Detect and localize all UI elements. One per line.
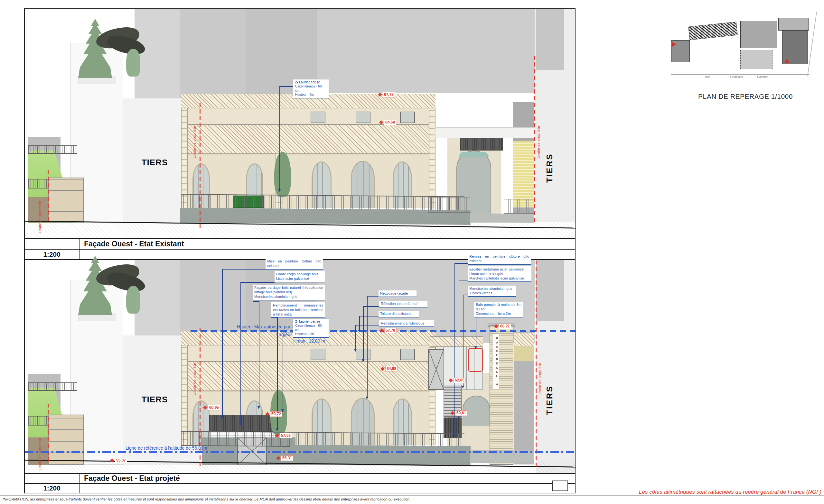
site-plan-hatched-roof	[688, 21, 738, 40]
tree-annotation-title: 2- Laurier cerise	[295, 81, 320, 84]
leader-arrow-icon	[461, 386, 464, 389]
background-building	[317, 9, 535, 93]
elevation-marker-icon	[450, 411, 454, 415]
elevation-value: 64,68	[384, 120, 396, 125]
cornice-band	[435, 127, 535, 138]
annotation-toiture: Toiture dito existant	[379, 311, 419, 318]
info-note: INFORMATION: les entreprises et sous-tra…	[3, 497, 410, 501]
tiers-label-vertical: TIERS	[545, 367, 554, 415]
attic-window	[400, 112, 415, 123]
leader-line	[253, 301, 259, 302]
elevation-value: 68,21	[499, 324, 511, 329]
property-limit-label: Limite de propriété	[536, 113, 540, 158]
site-plan-building	[740, 21, 777, 48]
leader-line	[259, 301, 260, 407]
altitude-reference-line	[25, 451, 576, 453]
leader-line	[240, 282, 241, 423]
shrub	[126, 49, 140, 77]
elevation-dim: 55,31	[277, 456, 293, 461]
elevation-marker-icon	[275, 433, 279, 438]
leader-line	[271, 317, 277, 318]
elevation-marker-icon	[449, 378, 453, 382]
tree-annotation-line: Circonférence - 60 cm	[295, 85, 322, 92]
leader-arrow-icon	[457, 416, 460, 419]
quoin-strip	[181, 346, 188, 445]
title-block-cell	[25, 239, 80, 249]
annotation-menuiseries-alu: Menuiseries aluminium gris + baies vitré…	[468, 286, 516, 297]
leader-line	[222, 269, 266, 269]
elevation-marker-icon	[380, 329, 384, 333]
site-plan-thumbnail: Rue Ferdinand Gambon	[671, 7, 820, 86]
side-railing	[504, 199, 534, 214]
elevation-value: 67,78	[383, 92, 395, 98]
quoin-strip	[429, 108, 435, 208]
elevation-marker-icon	[378, 93, 382, 97]
view-direction-line	[787, 62, 787, 75]
tree-annotation: 2- Laurier cerise Circonférence - 60 cm …	[293, 319, 329, 338]
street-label: Gambon	[757, 75, 768, 79]
property-limit-label: Limite de propriété	[38, 185, 42, 233]
shrub	[126, 286, 140, 313]
side-railing	[428, 197, 470, 213]
leader-arrow-icon	[276, 428, 279, 431]
canopy-hatch	[430, 337, 483, 347]
leader-arrow-icon	[475, 346, 477, 349]
passerelle-name-strip: PASSERELLE A	[492, 334, 499, 389]
fire-access-bay-outline	[468, 348, 483, 372]
annotation-baie-pompier: Baie pompier à moins de 8m du sol Dimens…	[474, 302, 523, 318]
footer-divider	[0, 495, 824, 496]
leader-arrow-icon	[358, 330, 360, 333]
tree-annotation: 2- Laurier cerise Circonférence - 60 cm …	[293, 79, 329, 98]
attic-window	[311, 112, 325, 123]
leader-line	[476, 317, 476, 347]
elevation-value: 62,85	[453, 378, 466, 383]
garage-door	[48, 177, 84, 223]
elevation-dim: 59,72	[266, 411, 282, 417]
ngf-note: Les côtes altimétriques sont rattachées …	[557, 489, 821, 495]
leader-line	[279, 86, 293, 87]
garage-door	[48, 414, 84, 465]
annotation-remplacement-menuiseries: Remplacement menuiseries existantes en b…	[271, 302, 325, 318]
leader-line	[355, 325, 379, 326]
elevation-dim: 62,85	[449, 378, 466, 383]
elevation-value: 64,68	[385, 366, 398, 372]
drawing-scale: 1:200	[25, 250, 80, 259]
elevation-value: 57,53	[280, 433, 292, 438]
property-limit-line	[200, 100, 201, 228]
leader-arrow-icon	[221, 416, 223, 419]
annotation-garde-corps: Garde corps habillage bois Lisse acier g…	[275, 271, 325, 282]
elevation-dim: 64,68	[381, 366, 398, 372]
elevation-value: 60,95	[208, 405, 220, 410]
cypress-tree	[274, 152, 291, 197]
leader-line	[463, 295, 468, 295]
property-limit-label: Limite de propriété	[538, 350, 542, 395]
site-plan-caption: PLAN DE REPERAGE 1/1000	[671, 93, 820, 100]
elevation-dim: 55,07	[111, 458, 127, 463]
tiers-label: TIERS	[128, 158, 181, 167]
tree-annotation-title: 2- Laurier cerise	[295, 320, 320, 323]
leader-arrow-icon	[258, 406, 260, 409]
leader-line	[359, 316, 379, 317]
property-limit-line	[534, 55, 535, 222]
leader-line	[367, 296, 379, 296]
property-limit-label: Limite de propriété	[193, 350, 196, 395]
elevation-value: 55,07	[115, 458, 127, 463]
elevation-dim: 64,68	[380, 120, 396, 125]
leader-line	[359, 316, 360, 331]
arch-lintel	[459, 152, 489, 157]
annotation-identique: Remplacement à l'identique	[379, 320, 434, 327]
title-block-projected: Façade Ouest - Etat projeté	[24, 474, 576, 484]
altitude-reference-label: Ligne de référence à l'altitude de 56.00…	[125, 446, 207, 451]
drawing-scale: 1:200	[25, 484, 80, 493]
leader-arrow-icon	[239, 423, 242, 425]
attic-window	[400, 349, 415, 360]
title-block-cell	[80, 484, 575, 493]
elevation-dim: 60,95	[204, 405, 220, 410]
leader-arrow-icon	[362, 359, 365, 362]
view-direction-arrow-icon	[672, 42, 676, 47]
leader-line	[463, 295, 463, 387]
attic-wall	[181, 346, 435, 362]
brick-band	[514, 346, 534, 361]
attic-wall	[181, 108, 435, 124]
leader-line	[283, 333, 293, 333]
